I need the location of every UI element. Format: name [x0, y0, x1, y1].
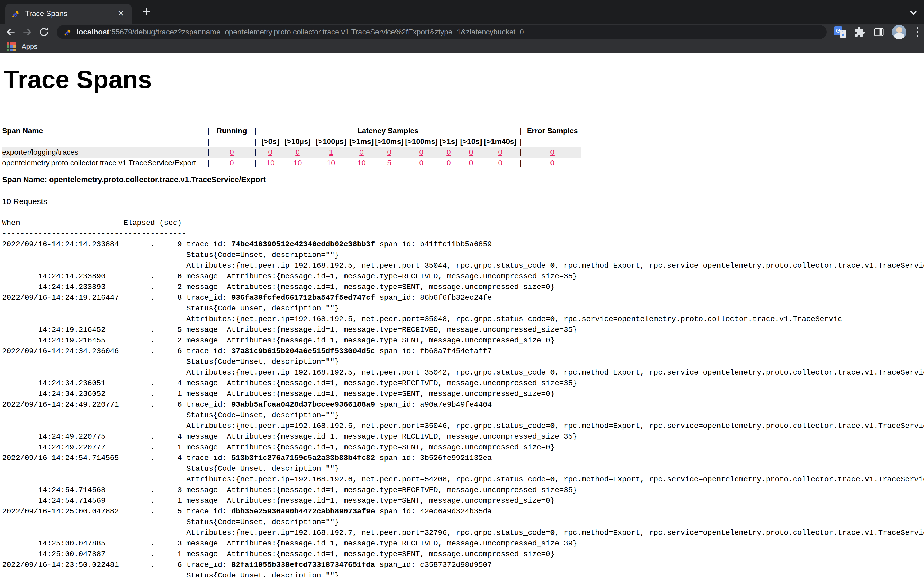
- latency-cell: 10: [349, 158, 374, 168]
- latency-cell: 0: [483, 158, 517, 168]
- latency-count-link[interactable]: 0: [498, 159, 502, 167]
- column-separator: |: [205, 136, 212, 147]
- log-line: 14:24:34.236051 . 4 message Attributes:{…: [2, 378, 924, 388]
- latency-count-link[interactable]: 10: [327, 159, 335, 167]
- latency-cell: 0: [349, 147, 374, 158]
- latency-cell: 0: [459, 147, 483, 158]
- page-content: Trace Spans Span Name|Running|Latency Sa…: [0, 65, 924, 577]
- error-cell: 0: [524, 158, 581, 168]
- toolbar-right-icons: G 文: [834, 25, 921, 39]
- url-favicon-icon: [64, 28, 72, 36]
- log-line: Attributes:{net.peer.ip=192.168.192.5, n…: [2, 260, 924, 271]
- latency-cell: 0: [259, 147, 282, 158]
- latency-count-link[interactable]: 10: [357, 159, 365, 167]
- latency-count-link[interactable]: 10: [266, 159, 274, 167]
- latency-cell: 0: [282, 147, 313, 158]
- tab-strip: Trace Spans × +: [0, 0, 924, 24]
- tab-close-icon[interactable]: ×: [115, 8, 127, 19]
- latency-bucket-label: [>0s]: [259, 136, 282, 147]
- browser-menu-button[interactable]: [913, 27, 921, 37]
- span-name-cell: exporter/logging/traces: [2, 147, 205, 158]
- log-line: Attributes:{net.peer.ip=192.168.192.5, n…: [2, 367, 924, 378]
- latency-count-link[interactable]: 0: [359, 148, 363, 156]
- log-line: Attributes:{net.peer.ip=192.168.192.6, n…: [2, 474, 924, 485]
- error-cell: 0: [524, 147, 581, 158]
- url-bar[interactable]: localhost:55679/debug/tracez?zspanname=o…: [57, 25, 827, 39]
- latency-count-link[interactable]: 0: [469, 148, 473, 156]
- latency-count-link[interactable]: 0: [268, 148, 273, 156]
- column-separator: |: [252, 147, 259, 158]
- side-panel-button[interactable]: [873, 26, 885, 38]
- latency-bucket-label: [>1s]: [438, 136, 459, 147]
- log-line: 14:24:19.216455 . 2 message Attributes:{…: [2, 335, 924, 346]
- col-running: Running: [212, 126, 252, 136]
- span-name-cell: opentelemetry.proto.collector.trace.v1.T…: [2, 158, 205, 168]
- log-line: 14:25:00.047885 . 3 message Attributes:{…: [2, 538, 924, 549]
- latency-count-link[interactable]: 0: [387, 148, 391, 156]
- translate-button[interactable]: G 文: [834, 26, 846, 38]
- new-tab-button[interactable]: +: [138, 4, 155, 21]
- log-column-header: When Elapsed (sec): [2, 218, 924, 228]
- running-count-link[interactable]: 0: [229, 159, 234, 167]
- log-line: 14:24:14.233890 . 6 message Attributes:{…: [2, 271, 924, 282]
- latency-count-link[interactable]: 0: [498, 148, 502, 156]
- log-line: 2022/09/16-14:24:49.220771 . 6 trace_id:…: [2, 399, 924, 410]
- latency-bucket-label: [>100µs]: [313, 136, 349, 147]
- browser-window: { "browser": { "tab": { "title": "Trace …: [0, 0, 924, 577]
- span-row: exporter/logging/traces|0|001000000|0: [2, 147, 581, 158]
- latency-count-link[interactable]: 5: [387, 159, 391, 167]
- latency-cell: 0: [438, 147, 459, 158]
- column-separator: |: [252, 136, 259, 147]
- running-cell: 0: [212, 158, 252, 168]
- log-line: 2022/09/16-14:24:54.714565 . 4 trace_id:…: [2, 453, 924, 463]
- latency-count-link[interactable]: 0: [446, 148, 451, 156]
- log-line: Status{Code=Unset, description=""}: [2, 463, 924, 474]
- opentelemetry-favicon-icon: [11, 9, 20, 18]
- log-line: Status{Code=Unset, description=""}: [2, 410, 924, 421]
- latency-bucket-label: [>1ms]: [349, 136, 374, 147]
- col-span-name: Span Name: [2, 126, 205, 136]
- error-count-link[interactable]: 0: [550, 159, 554, 167]
- log-line: 14:24:14.233893 . 2 message Attributes:{…: [2, 282, 924, 292]
- forward-button[interactable]: [21, 26, 34, 39]
- running-count-link[interactable]: 0: [229, 148, 234, 156]
- log-line: Attributes:{net.peer.ip=192.168.192.5, n…: [2, 421, 924, 431]
- latency-cell: 5: [374, 158, 404, 168]
- browser-tab[interactable]: Trace Spans ×: [5, 4, 132, 24]
- latency-count-link[interactable]: 0: [446, 159, 451, 167]
- latency-count-link[interactable]: 0: [296, 148, 300, 156]
- latency-cell: 0: [483, 147, 517, 158]
- bookmark-apps[interactable]: Apps: [22, 42, 37, 51]
- column-separator: |: [252, 158, 259, 168]
- span-row: opentelemetry.proto.collector.trace.v1.T…: [2, 158, 581, 168]
- avatar-body-shape: [894, 34, 905, 39]
- latency-count-link[interactable]: 0: [469, 159, 473, 167]
- error-count-link[interactable]: 0: [550, 148, 554, 156]
- trace-log: When Elapsed (sec) ---------------------…: [2, 218, 924, 577]
- profile-avatar[interactable]: [892, 25, 906, 39]
- bookmarks-bar: Apps: [0, 40, 924, 53]
- log-line: 14:24:49.220775 . 4 message Attributes:{…: [2, 431, 924, 442]
- browser-toolbar: localhost:55679/debug/tracez?zspanname=o…: [0, 24, 924, 40]
- log-line: 14:24:54.714568 . 3 message Attributes:{…: [2, 485, 924, 495]
- extensions-button[interactable]: [853, 26, 866, 38]
- column-separator: |: [205, 158, 212, 168]
- col-error-samples: Error Samples: [524, 126, 581, 136]
- tab-search-chevron-icon[interactable]: [908, 7, 919, 19]
- latency-count-link[interactable]: 1: [329, 148, 333, 156]
- spans-table: Span Name|Running|Latency Samples|Error …: [2, 126, 581, 168]
- latency-cell: 0: [404, 147, 438, 158]
- selected-span-name: Span Name: opentelemetry.proto.collector…: [2, 175, 924, 184]
- latency-bucket-label: [>1m40s]: [483, 136, 517, 147]
- latency-count-link[interactable]: 10: [293, 159, 302, 167]
- log-line: 14:24:49.220777 . 1 message Attributes:{…: [2, 442, 924, 453]
- log-line: 2022/09/16-14:24:19.216447 . 8 trace_id:…: [2, 292, 924, 303]
- log-line: Attributes:{net.peer.ip=192.168.192.7, n…: [2, 527, 924, 538]
- latency-count-link[interactable]: 0: [419, 148, 423, 156]
- log-line: 14:25:00.047887 . 1 message Attributes:{…: [2, 549, 924, 559]
- latency-cell: 10: [282, 158, 313, 168]
- reload-button[interactable]: [37, 26, 50, 39]
- latency-count-link[interactable]: 0: [419, 159, 423, 167]
- back-button[interactable]: [4, 26, 17, 39]
- log-line: 14:24:54.714569 . 1 message Attributes:{…: [2, 495, 924, 506]
